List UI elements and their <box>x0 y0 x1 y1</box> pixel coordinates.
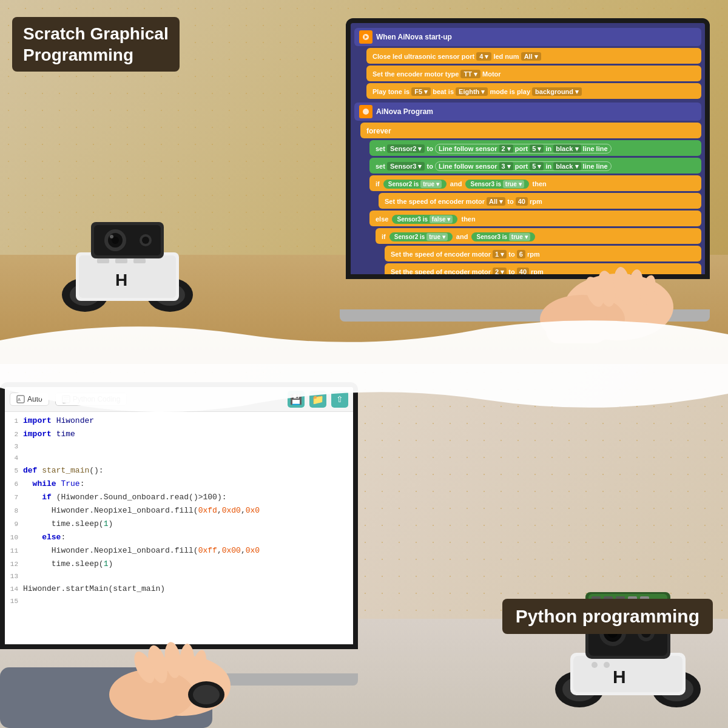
laptop-scratch-screen: When AiNova start-up Close led ultrasoni… <box>346 18 710 279</box>
scratch-block-3: Set the encoder motor type TT ▾ Motor <box>366 66 701 81</box>
scratch-block-8: set Sensor3 ▾ to Line follow sensor 3 ▾ … <box>369 158 701 174</box>
code-line-9: 9 time.sleep(1) <box>5 517 353 531</box>
svg-text:H: H <box>613 667 626 687</box>
code-line-12: 12 time.sleep(1) <box>5 558 353 571</box>
code-line-15: 15 <box>5 596 353 607</box>
scratch-block-9: if Sensor2 is true ▾ and Sensor3 is true… <box>369 175 701 191</box>
scratch-screen-content: When AiNova start-up Close led ultrasoni… <box>351 23 705 274</box>
svg-text:H: H <box>115 271 127 289</box>
robot-bottom-svg: H <box>552 559 704 710</box>
svg-point-60 <box>604 662 610 668</box>
hands-bottom <box>0 607 303 728</box>
code-line-3: 3 <box>5 441 353 453</box>
scratch-block-10: Set the speed of encoder motor All ▾ to … <box>379 193 701 209</box>
code-line-11: 11 Hiwonder.Neopixel_onboard.fill(0xff,0… <box>5 544 353 558</box>
code-line-10: 10 else: <box>5 531 353 544</box>
code-line-13: 13 <box>5 571 353 582</box>
scratch-block-12: if Sensor2 is true ▾ and Sensor3 is true… <box>376 228 701 244</box>
python-ide: A Auto Python Coding 💾 📁 ⇧ <box>5 387 353 644</box>
robot-bottom: H <box>552 559 704 713</box>
bottom-wave-divider <box>0 364 728 412</box>
main-container: Scratch Graphical Programming When AiNov… <box>0 0 728 728</box>
python-title-box: Python programming <box>502 599 713 634</box>
code-line-5: 5 def start_main(): <box>5 464 353 477</box>
code-line-14: 14 Hiwonder.startMain(start_main) <box>5 582 353 596</box>
svg-rect-19 <box>115 258 127 263</box>
scratch-title: Scratch Graphical Programming <box>23 23 169 66</box>
scratch-block-2: Close led ultrasonic sensor port 4 ▾ led… <box>366 48 701 64</box>
code-line-6: 6 while True: <box>5 477 353 491</box>
scratch-block-6: forever <box>360 123 701 138</box>
robot-top: H <box>61 174 194 315</box>
svg-point-15 <box>110 235 113 238</box>
svg-point-2 <box>363 109 369 115</box>
scratch-block-7: set Sensor2 ▾ to Line follow sensor 2 ▾ … <box>369 140 701 156</box>
scratch-title-box: Scratch Graphical Programming <box>12 17 180 72</box>
top-section: Scratch Graphical Programming When AiNov… <box>0 0 728 364</box>
code-line-4: 4 <box>5 453 353 464</box>
svg-rect-20 <box>133 258 146 263</box>
scratch-block-11: else Sensor3 is false ▾ then <box>369 211 701 226</box>
python-title: Python programming <box>516 606 699 626</box>
code-line-7: 7 if (Hiwonder.Sound_onboard.read()>100)… <box>5 491 353 504</box>
code-line-1: 1 import Hiwonder <box>5 414 353 428</box>
svg-point-70 <box>193 685 220 704</box>
scratch-block-1: When AiNova start-up <box>354 28 701 46</box>
top-wave-divider <box>0 316 728 364</box>
svg-point-17 <box>142 237 149 244</box>
hands-bottom-svg <box>0 607 303 728</box>
scratch-block-4: Play tone is F5 ▾ beat is Eighth ▾ mode … <box>366 83 701 99</box>
scratch-block-5: AiNova Program <box>354 103 701 121</box>
robot-top-svg: H <box>61 174 194 313</box>
code-line-2: 2 import time <box>5 428 353 441</box>
svg-point-59 <box>592 662 598 668</box>
svg-rect-18 <box>97 258 109 263</box>
bottom-section: A Auto Python Coding 💾 📁 ⇧ <box>0 364 728 728</box>
svg-rect-40 <box>573 656 682 692</box>
code-line-8: 8 Hiwonder.Neopixel_onboard.fill(0xfd,0x… <box>5 504 353 517</box>
